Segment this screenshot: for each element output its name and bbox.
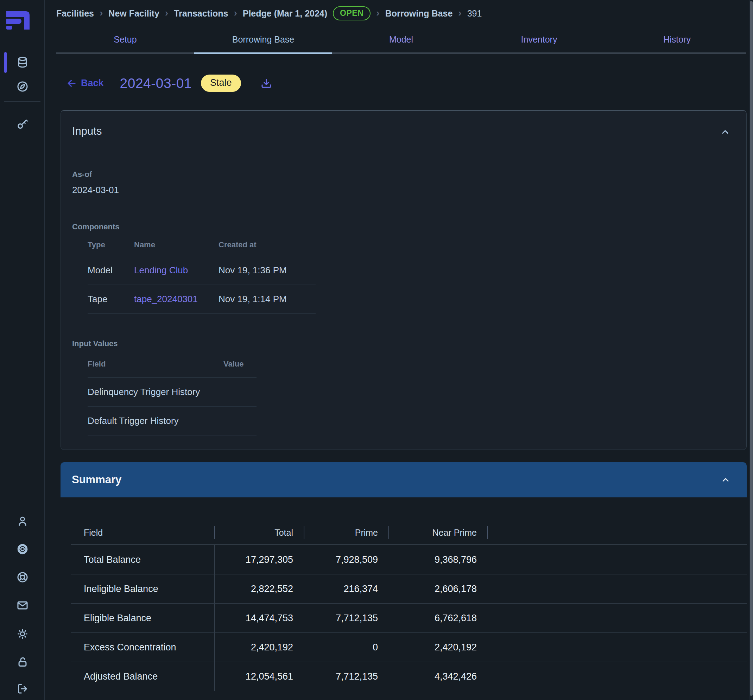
row-total: 2,822,552: [215, 574, 305, 603]
breadcrumb-separator: ›: [234, 8, 237, 19]
main-content: Facilities › New Facility › Transactions…: [45, 0, 753, 700]
row-total: 12,054,561: [215, 662, 305, 691]
component-type: Tape: [87, 294, 134, 305]
back-button[interactable]: Back: [66, 78, 104, 89]
mail-icon[interactable]: [0, 599, 45, 611]
summary-table-header: Field Total Prime Near Prime: [71, 521, 747, 545]
download-icon: [261, 78, 272, 89]
title-row: Back 2024-03-01 Stale: [66, 75, 753, 92]
arrow-left-icon: [66, 78, 77, 89]
tab-bar: Setup Borrowing Base Model Inventory His…: [56, 34, 746, 54]
gear-icon[interactable]: [0, 543, 45, 555]
tab-history[interactable]: History: [608, 34, 746, 54]
open-status-badge: OPEN: [333, 6, 370, 20]
input-values-label: Input Values: [72, 339, 732, 348]
inputs-card: Inputs As-of 2024-03-01 Components Type …: [61, 110, 747, 450]
summary-header: Summary: [61, 462, 747, 497]
column-header-value: Value: [223, 360, 256, 369]
breadcrumb-current-id: 391: [467, 8, 482, 19]
table-row: Tape tape_20240301 Nov 19, 1:14 PM: [87, 285, 316, 314]
key-icon[interactable]: [0, 118, 45, 130]
row-prime: 7,928,509: [305, 545, 389, 574]
summary-collapse-button[interactable]: [719, 473, 733, 487]
logout-icon[interactable]: [0, 683, 45, 695]
component-link-lending-club[interactable]: Lending Club: [134, 265, 219, 276]
component-type: Model: [87, 265, 134, 276]
row-field: Excess Concentration: [71, 633, 215, 662]
components-table: Type Name Created at Model Lending Club …: [87, 234, 732, 314]
input-value-field: Default Trigger History: [87, 415, 223, 426]
column-header-prime: Prime: [355, 528, 378, 538]
breadcrumb-separator: ›: [376, 8, 379, 19]
breadcrumb-separator: ›: [165, 8, 168, 19]
breadcrumb-transactions[interactable]: Transactions: [174, 8, 228, 19]
sun-icon[interactable]: [0, 628, 45, 640]
user-icon[interactable]: [0, 515, 45, 527]
row-field: Total Balance: [71, 545, 215, 574]
database-icon[interactable]: [0, 56, 45, 68]
row-prime: 7,712,135: [305, 603, 389, 633]
compass-icon[interactable]: [0, 81, 45, 92]
column-header-total: Total: [275, 528, 293, 538]
row-field: Adjusted Balance: [71, 662, 215, 691]
breadcrumb-facilities[interactable]: Facilities: [56, 8, 94, 19]
breadcrumb: Facilities › New Facility › Transactions…: [45, 0, 753, 20]
input-values-table-header: Field Value: [87, 350, 256, 378]
components-label: Components: [72, 222, 732, 231]
scrollbar-thumb[interactable]: [750, 1, 753, 696]
lock-open-icon[interactable]: [0, 656, 45, 668]
vertical-scrollbar: [749, 0, 753, 700]
column-header-field: Field: [84, 528, 103, 538]
summary-table: Field Total Prime Near Prime Total Balan…: [71, 521, 747, 691]
component-created-at: Nov 19, 1:36 PM: [219, 265, 316, 276]
row-near-prime: 4,342,426: [389, 662, 488, 691]
row-total: 2,420,192: [215, 633, 305, 662]
back-label: Back: [81, 78, 104, 89]
breadcrumb-separator: ›: [458, 8, 461, 19]
table-row: Delinquency Trigger History: [87, 378, 256, 407]
column-header-created-at: Created at: [219, 240, 316, 249]
as-of-value: 2024-03-01: [72, 185, 732, 196]
tab-inventory[interactable]: Inventory: [470, 34, 608, 54]
component-link-tape[interactable]: tape_20240301: [134, 294, 219, 305]
app-window: Facilities › New Facility › Transactions…: [0, 0, 753, 700]
app-logo-icon[interactable]: [6, 11, 30, 30]
column-header-field: Field: [87, 360, 223, 369]
row-near-prime: 9,368,796: [389, 545, 488, 574]
stale-status-badge: Stale: [201, 75, 241, 92]
row-field: Eligible Balance: [71, 603, 215, 633]
tab-setup[interactable]: Setup: [56, 34, 194, 54]
row-prime: 0: [305, 633, 389, 662]
row-near-prime: 2,606,178: [389, 574, 488, 603]
inputs-card-title: Inputs: [72, 125, 102, 137]
inputs-collapse-button[interactable]: [718, 125, 732, 139]
breadcrumb-new-facility[interactable]: New Facility: [108, 8, 159, 19]
summary-title: Summary: [72, 474, 121, 486]
column-header-type: Type: [87, 240, 134, 249]
table-row: Ineligible Balance 2,822,552 216,374 2,6…: [71, 574, 747, 603]
download-button[interactable]: [261, 78, 272, 89]
breadcrumb-borrowing-base[interactable]: Borrowing Base: [385, 8, 453, 19]
row-prime: 7,712,135: [305, 662, 389, 691]
life-ring-icon[interactable]: [0, 571, 45, 583]
sidebar: [0, 0, 45, 700]
tab-borrowing-base[interactable]: Borrowing Base: [194, 34, 332, 54]
column-header-name: Name: [134, 240, 219, 249]
components-table-header: Type Name Created at: [87, 234, 316, 256]
page-title: 2024-03-01: [120, 76, 192, 91]
summary-section: Summary Field Total Prime Near Prime Tot…: [61, 462, 747, 691]
tab-model[interactable]: Model: [332, 34, 470, 54]
table-row: Total Balance 17,297,305 7,928,509 9,368…: [71, 545, 747, 574]
breadcrumb-separator: ›: [100, 8, 103, 19]
row-near-prime: 6,762,618: [389, 603, 488, 633]
table-row: Adjusted Balance 12,054,561 7,712,135 4,…: [71, 662, 747, 691]
chevron-up-icon: [721, 475, 731, 485]
table-row: Model Lending Club Nov 19, 1:36 PM: [87, 256, 316, 285]
as-of-label: As-of: [72, 170, 732, 179]
breadcrumb-pledge[interactable]: Pledge (Mar 1, 2024): [243, 8, 327, 19]
input-values-table: Field Value Delinquency Trigger History …: [87, 350, 732, 435]
chevron-up-icon: [720, 127, 730, 137]
input-value-field: Delinquency Trigger History: [87, 387, 223, 398]
column-header-near-prime: Near Prime: [433, 528, 477, 538]
row-near-prime: 2,420,192: [389, 633, 488, 662]
